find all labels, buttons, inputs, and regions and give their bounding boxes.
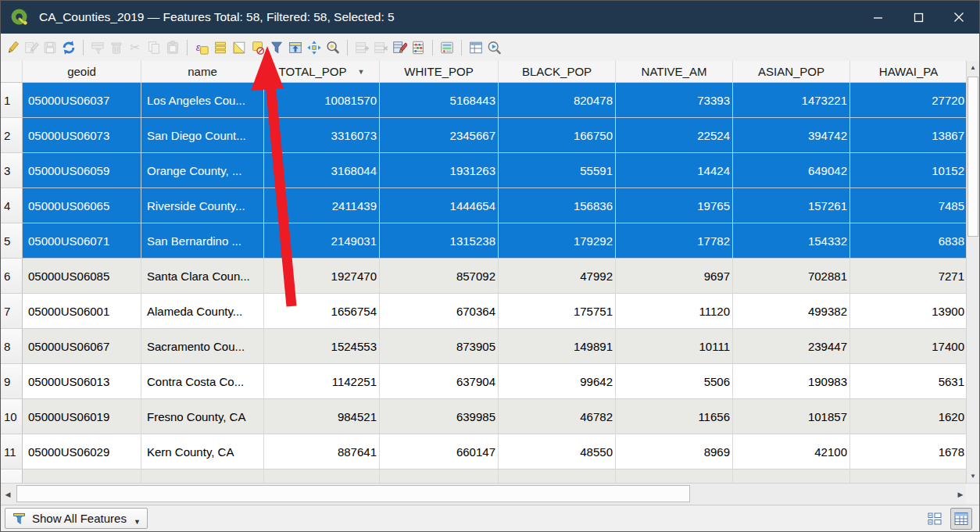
column-header-HAWAI_PA[interactable]: HAWAI_PA	[850, 61, 967, 83]
cell-name[interactable]: Santa Clara Coun...	[141, 259, 264, 294]
cell-NATIVE_AM[interactable]: 22524	[616, 118, 733, 153]
cell-ASIAN_POP[interactable]: 101857	[733, 399, 850, 434]
cell-TOTAL_POP[interactable]: 984521	[264, 399, 380, 434]
cell-name[interactable]: Kern County, CA	[141, 434, 264, 470]
minimize-button[interactable]	[857, 1, 898, 34]
column-header-ASIAN_POP[interactable]: ASIAN_POP	[733, 61, 850, 83]
scroll-up-arrow[interactable]: ▲	[967, 61, 979, 74]
cell-HAWAI_PA[interactable]: 10152	[850, 153, 967, 188]
reload-table-button[interactable]	[59, 37, 78, 58]
cell-HAWAI_PA[interactable]: 1620	[850, 399, 967, 434]
cell-HAWAI_PA[interactable]: 1678	[850, 434, 967, 470]
select-all-button[interactable]	[211, 37, 230, 58]
table-row-4[interactable]: 405000US06065Riverside County...24114391…	[1, 188, 967, 223]
cell-BLACK_POP[interactable]: 55591	[499, 153, 616, 188]
row-number[interactable]: 5	[1, 223, 23, 259]
table-row-9[interactable]: 905000US06013Contra Costa Co...114225163…	[1, 364, 967, 399]
cell-NATIVE_AM[interactable]: 10111	[616, 329, 733, 364]
cell-name[interactable]: San Diego Count...	[141, 118, 264, 153]
row-number[interactable]: 9	[1, 364, 23, 399]
column-header-BLACK_POP[interactable]: BLACK_POP	[499, 61, 616, 83]
row-number[interactable]: 11	[1, 434, 23, 470]
cell-name[interactable]: San Francisco, C...	[141, 470, 264, 483]
horizontal-scrollbar[interactable]: ◀ ▶	[1, 483, 967, 505]
cell-WHITE_POP[interactable]: 1931263	[380, 153, 499, 188]
vertical-scrollbar[interactable]: ▲ ▼	[966, 61, 979, 483]
form-view-button[interactable]	[924, 508, 946, 530]
scroll-down-arrow[interactable]: ▼	[967, 470, 979, 483]
move-selection-to-top-button[interactable]	[286, 37, 305, 58]
table-row-8[interactable]: 805000US06067Sacramento Cou...1524553873…	[1, 329, 967, 364]
column-header-name[interactable]: name	[141, 61, 264, 83]
zoom-to-selection-button[interactable]	[324, 37, 342, 58]
cell-name[interactable]: San Bernardino ...	[141, 223, 264, 259]
cell-WHITE_POP[interactable]: 406356	[380, 470, 499, 483]
cell-BLACK_POP[interactable]: 156836	[499, 188, 616, 223]
vertical-scrollbar-thumb[interactable]	[967, 77, 978, 237]
cell-NATIVE_AM[interactable]: 5506	[616, 364, 733, 399]
invert-selection-button[interactable]	[230, 37, 249, 58]
cell-TOTAL_POP[interactable]: 10081570	[264, 83, 380, 118]
cell-WHITE_POP[interactable]: 637904	[380, 364, 499, 399]
column-header-NATIVE_AM[interactable]: NATIVE_AM	[616, 61, 733, 83]
cell-geoid[interactable]: 05000US06019	[23, 399, 141, 434]
cell-name[interactable]: Riverside County...	[141, 188, 264, 223]
cell-WHITE_POP[interactable]: 857092	[380, 259, 499, 294]
cell-WHITE_POP[interactable]: 1315238	[380, 223, 499, 259]
cell-geoid[interactable]: 05000US06075	[23, 470, 141, 483]
cell-ASIAN_POP[interactable]: 649042	[733, 153, 850, 188]
table-row-12[interactable]: 1205000US06075San Francisco, C...8749614…	[1, 470, 967, 483]
cell-name[interactable]: Contra Costa Co...	[141, 364, 264, 399]
cell-WHITE_POP[interactable]: 670364	[380, 294, 499, 329]
cell-NATIVE_AM[interactable]: 11656	[616, 399, 733, 434]
column-header-geoid[interactable]: geoid	[23, 61, 141, 83]
cell-ASIAN_POP[interactable]: 702881	[733, 259, 850, 294]
cell-BLACK_POP[interactable]: 45755	[499, 470, 616, 483]
cell-HAWAI_PA[interactable]: 13900	[850, 294, 967, 329]
cell-HAWAI_PA[interactable]: 13867	[850, 118, 967, 153]
filter-select-by-form-button[interactable]	[267, 37, 286, 58]
cell-ASIAN_POP[interactable]: 157261	[733, 188, 850, 223]
cell-WHITE_POP[interactable]: 5168443	[380, 83, 499, 118]
field-calculator-button[interactable]	[409, 37, 427, 58]
cell-geoid[interactable]: 05000US06037	[23, 83, 141, 118]
column-header-WHITE_POP[interactable]: WHITE_POP	[380, 61, 499, 83]
pan-to-selection-button[interactable]	[305, 37, 324, 58]
cell-BLACK_POP[interactable]: 48550	[499, 434, 616, 470]
cell-ASIAN_POP[interactable]: 42100	[733, 434, 850, 470]
cell-TOTAL_POP[interactable]: 1656754	[264, 294, 380, 329]
cell-TOTAL_POP[interactable]: 2411439	[264, 188, 380, 223]
row-number[interactable]: 8	[1, 329, 23, 364]
cell-BLACK_POP[interactable]: 179292	[499, 223, 616, 259]
table-row-11[interactable]: 1105000US06029Kern County, CA88764166014…	[1, 434, 967, 470]
table-row-2[interactable]: 205000US06073San Diego Count...331607323…	[1, 118, 967, 153]
table-row-5[interactable]: 505000US06071San Bernardino ...214903113…	[1, 223, 967, 259]
row-number[interactable]: 10	[1, 399, 23, 434]
cell-NATIVE_AM[interactable]: 19765	[616, 188, 733, 223]
cell-HAWAI_PA[interactable]: 7485	[850, 188, 967, 223]
cell-BLACK_POP[interactable]: 99642	[499, 364, 616, 399]
cell-BLACK_POP[interactable]: 820478	[499, 83, 616, 118]
cell-BLACK_POP[interactable]: 166750	[499, 118, 616, 153]
cell-ASIAN_POP[interactable]: 239447	[733, 329, 850, 364]
cell-name[interactable]: Alameda County...	[141, 294, 264, 329]
cell-geoid[interactable]: 05000US06071	[23, 223, 141, 259]
cell-NATIVE_AM[interactable]: 73393	[616, 83, 733, 118]
row-number[interactable]: 4	[1, 188, 23, 223]
cell-WHITE_POP[interactable]: 639985	[380, 399, 499, 434]
cell-TOTAL_POP[interactable]: 887641	[264, 434, 380, 470]
table-row-10[interactable]: 1005000US06019Fresno County, CA984521639…	[1, 399, 967, 434]
cell-geoid[interactable]: 05000US06073	[23, 118, 141, 153]
row-number[interactable]: 2	[1, 118, 23, 153]
cell-BLACK_POP[interactable]: 149891	[499, 329, 616, 364]
cell-geoid[interactable]: 05000US06029	[23, 434, 141, 470]
edit-attributes-button[interactable]	[390, 37, 409, 58]
cell-TOTAL_POP[interactable]: 1142251	[264, 364, 380, 399]
cell-WHITE_POP[interactable]: 1444654	[380, 188, 499, 223]
cell-NATIVE_AM[interactable]: 3060	[616, 470, 733, 483]
cell-name[interactable]: Fresno County, CA	[141, 399, 264, 434]
feature-filter-button[interactable]: Show All Features ▼	[5, 508, 148, 529]
deselect-all-button[interactable]	[249, 37, 267, 58]
cell-BLACK_POP[interactable]: 175751	[499, 294, 616, 329]
row-number[interactable]: 7	[1, 294, 23, 329]
